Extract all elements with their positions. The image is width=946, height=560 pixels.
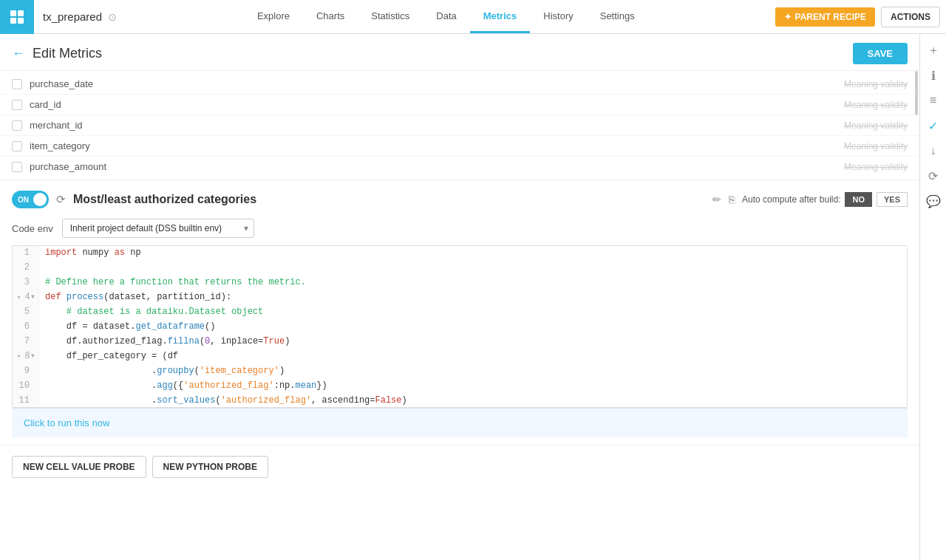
- code-env-label: Code env: [12, 223, 53, 234]
- code-line: 5 # dataset is a dataiku.Dataset object: [13, 305, 907, 320]
- auto-yes-button[interactable]: YES: [877, 192, 908, 207]
- code-line: 3 # Define here a function that returns …: [13, 276, 907, 290]
- auto-compute: Auto compute after build: NO YES: [742, 192, 908, 207]
- code-line: 4▾ def process(dataset, partition_id):: [13, 290, 907, 305]
- click-to-run[interactable]: Click to run this now: [12, 408, 908, 437]
- check-icon[interactable]: ✓: [923, 115, 944, 136]
- tab-explore[interactable]: Explore: [244, 0, 303, 33]
- table-row: purchase_amount Meaning validity: [0, 157, 919, 177]
- column-checkbox-item-category[interactable]: [12, 141, 22, 151]
- column-checkbox-purchase-amount[interactable]: [12, 162, 22, 172]
- column-name: card_id: [30, 99, 837, 110]
- scrollbar[interactable]: [915, 71, 918, 115]
- dataset-name: tx_prepared: [34, 10, 108, 23]
- columns-area: purchase_date Meaning validity card_id M…: [0, 71, 919, 180]
- download-icon[interactable]: ↓: [923, 140, 944, 161]
- column-checkbox-merchant-id[interactable]: [12, 120, 22, 131]
- nav-logo: [0, 0, 34, 34]
- top-nav: tx_prepared ⊙ Explore Charts Statistics …: [0, 0, 946, 34]
- code-line: 9 .groupby('item_category'): [13, 364, 907, 379]
- recycle-icon[interactable]: ⟳: [56, 193, 66, 206]
- metric-section: ON ⟳ Most/least authorized categories ✏ …: [0, 180, 919, 445]
- copy-icon[interactable]: ⎘: [729, 194, 735, 205]
- meaning-validity: Meaning validity: [844, 100, 908, 110]
- code-line: 6 df = dataset.get_dataframe(): [13, 320, 907, 335]
- toggle-label: ON: [18, 196, 29, 204]
- auto-compute-label: Auto compute after build:: [742, 194, 840, 205]
- main-content: ← Edit Metrics SAVE purchase_date Meanin…: [0, 34, 919, 560]
- svg-rect-3: [18, 18, 24, 24]
- refresh-icon[interactable]: ⟳: [923, 165, 944, 186]
- tab-data[interactable]: Data: [423, 0, 469, 33]
- code-env-row: Code env Inherit project default (DSS bu…: [12, 219, 908, 238]
- chat-icon[interactable]: 💬: [923, 191, 944, 211]
- meaning-validity: Meaning validity: [844, 120, 908, 131]
- page-title: Edit Metrics: [33, 46, 102, 61]
- table-row: item_category Meaning validity: [0, 136, 919, 157]
- column-name: purchase_amount: [30, 161, 837, 172]
- tab-metrics[interactable]: Metrics: [470, 0, 531, 33]
- tab-history[interactable]: History: [530, 0, 586, 33]
- toggle-knob: [33, 193, 47, 206]
- column-name: item_category: [30, 140, 837, 151]
- column-checkbox-purchase-date[interactable]: [12, 79, 22, 89]
- metric-toggle[interactable]: ON: [12, 191, 49, 208]
- recipe-icon: ✦: [784, 12, 792, 22]
- code-line: 10 .agg({'authorized_flag':np.mean}): [13, 379, 907, 394]
- plus-icon[interactable]: ＋: [923, 40, 944, 61]
- tab-settings[interactable]: Settings: [587, 0, 648, 33]
- metric-name: Most/least authorized categories: [73, 193, 705, 206]
- code-line: 7 df.authorized_flag.fillna(0, inplace=T…: [13, 335, 907, 349]
- metric-header: ON ⟳ Most/least authorized categories ✏ …: [12, 191, 908, 208]
- table-row: merchant_id Meaning validity: [0, 115, 919, 136]
- meaning-validity: Meaning validity: [844, 162, 908, 172]
- save-button[interactable]: SAVE: [853, 43, 908, 64]
- info-icon[interactable]: ℹ: [923, 65, 944, 86]
- edit-header-left: ← Edit Metrics: [12, 46, 102, 61]
- edit-icon[interactable]: ✏: [712, 194, 721, 205]
- nav-right: ✦ PARENT RECIPE ACTIONS: [775, 7, 946, 27]
- svg-rect-1: [18, 10, 24, 16]
- code-line: 11 .sort_values('authorized_flag', ascen…: [13, 394, 907, 408]
- column-checkbox-card-id[interactable]: [12, 100, 22, 110]
- meaning-validity: Meaning validity: [844, 79, 908, 89]
- svg-rect-2: [10, 18, 16, 24]
- new-python-probe-button[interactable]: NEW PYTHON PROBE: [152, 456, 268, 478]
- bottom-buttons: NEW CELL VALUE PROBE NEW PYTHON PROBE: [0, 445, 919, 488]
- right-sidebar: ＋ ℹ ≡ ✓ ↓ ⟳ 💬: [919, 34, 946, 560]
- parent-recipe-button[interactable]: ✦ PARENT RECIPE: [775, 7, 875, 27]
- lines-icon[interactable]: ≡: [923, 90, 944, 111]
- code-line: 1 import numpy as np: [13, 246, 907, 261]
- dataset-settings-icon[interactable]: ⊙: [108, 11, 117, 23]
- run-link[interactable]: Click to run this now: [24, 417, 109, 428]
- code-line: 2: [13, 261, 907, 276]
- new-cell-value-probe-button[interactable]: NEW CELL VALUE PROBE: [12, 456, 146, 478]
- auto-no-button[interactable]: NO: [845, 192, 872, 207]
- code-line: 8▾ df_per_category = (df: [13, 349, 907, 364]
- nav-tabs: Explore Charts Statistics Data Metrics H…: [117, 0, 775, 33]
- svg-rect-0: [10, 10, 16, 16]
- actions-button[interactable]: ACTIONS: [881, 7, 940, 27]
- code-env-select-wrapper: Inherit project default (DSS builtin env…: [62, 219, 254, 238]
- column-name: merchant_id: [30, 120, 837, 131]
- meaning-validity: Meaning validity: [844, 141, 908, 151]
- table-row: purchase_date Meaning validity: [0, 74, 919, 95]
- column-name: purchase_date: [30, 78, 837, 89]
- back-button[interactable]: ←: [12, 46, 25, 61]
- tab-statistics[interactable]: Statistics: [358, 0, 423, 33]
- edit-header: ← Edit Metrics SAVE: [0, 34, 919, 71]
- tab-charts[interactable]: Charts: [303, 0, 358, 33]
- code-editor[interactable]: 1 import numpy as np 2 3 # Define here a…: [12, 245, 908, 408]
- table-row: card_id Meaning validity: [0, 95, 919, 115]
- code-env-select[interactable]: Inherit project default (DSS builtin env…: [62, 219, 254, 238]
